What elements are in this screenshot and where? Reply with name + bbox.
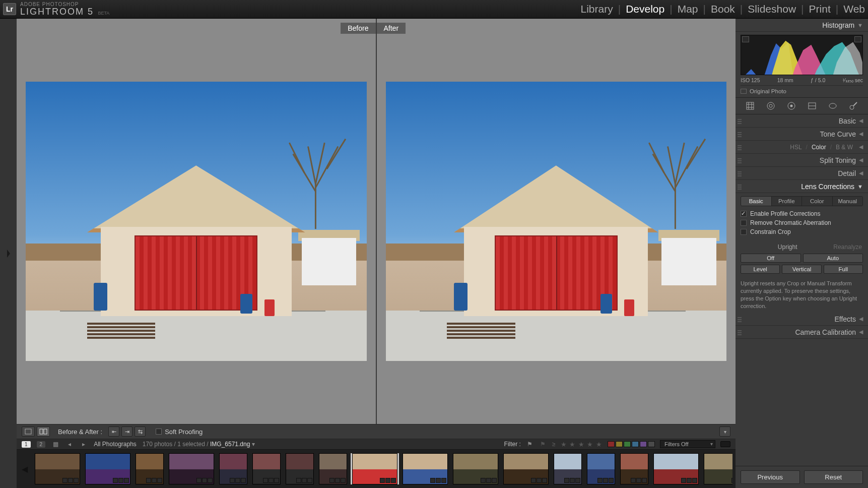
filmstrip-thumb[interactable] xyxy=(453,453,498,484)
filter-preset-dropdown[interactable]: Filters Off xyxy=(660,440,715,448)
svg-point-44 xyxy=(769,104,772,107)
before-pane[interactable]: Before xyxy=(17,19,376,424)
top-bar: Lr ADOBE PHOTOSHOP LIGHTROOM 5 BETA Libr… xyxy=(0,0,868,19)
upright-vertical-button[interactable]: Vertical xyxy=(782,265,821,274)
filmstrip-thumb[interactable] xyxy=(554,453,582,484)
lens-tab-profile[interactable]: Profile xyxy=(772,197,803,206)
chevron-right-icon xyxy=(6,250,11,258)
hsl-tab[interactable]: HSL xyxy=(790,144,802,151)
reset-button[interactable]: Reset xyxy=(804,470,863,484)
filmstrip-thumb[interactable] xyxy=(653,453,699,484)
color-swatch[interactable] xyxy=(616,441,623,447)
svg-rect-37 xyxy=(704,469,732,484)
reanalyze-button[interactable]: Reanalyze xyxy=(833,243,862,251)
upright-label: Upright xyxy=(778,243,797,251)
monitor-1-button[interactable]: 1 xyxy=(22,441,31,448)
color-swatch[interactable] xyxy=(640,441,647,447)
filter-lock-toggle[interactable] xyxy=(720,441,730,447)
filmstrip-thumb[interactable]: ★★★★★ xyxy=(704,453,732,484)
filmstrip-thumb[interactable]: ★★ xyxy=(85,453,130,484)
left-panel-collapse-handle[interactable] xyxy=(0,19,17,488)
source-label[interactable]: All Photographs xyxy=(94,441,137,448)
lens-panel-header[interactable]: Lens Corrections▼ xyxy=(736,180,868,193)
module-library[interactable]: Library xyxy=(580,3,613,15)
brush-tool-icon[interactable] xyxy=(847,100,859,112)
module-web[interactable]: Web xyxy=(843,3,865,15)
view-loupe-button[interactable] xyxy=(22,426,35,437)
filmstrip-thumb[interactable] xyxy=(35,453,80,484)
previous-button[interactable]: Previous xyxy=(741,470,800,484)
filmstrip-filter-bar: 1 2 ▦ ◂ ▸ All Photographs 170 photos / 1… xyxy=(17,439,736,450)
filmstrip-thumb[interactable]: ★★ xyxy=(136,453,164,484)
module-develop[interactable]: Develop xyxy=(626,3,664,15)
upright-full-button[interactable]: Full xyxy=(824,265,863,274)
lens-tab-basic[interactable]: Basic xyxy=(741,197,772,206)
upright-off-button[interactable]: Off xyxy=(741,254,801,263)
tone-curve-panel-header[interactable]: Tone Curve◀ xyxy=(736,128,868,141)
nav-back-icon[interactable]: ◂ xyxy=(65,441,74,448)
nav-fwd-icon[interactable]: ▸ xyxy=(80,441,88,448)
filmstrip-thumb[interactable] xyxy=(403,453,448,484)
histogram[interactable] xyxy=(741,35,863,75)
effects-panel-header[interactable]: Effects◀ xyxy=(736,313,868,326)
histogram-header[interactable]: Histogram▼ xyxy=(736,19,868,32)
count-label: 170 photos / 1 selected / IMG_6571.dng ▾ xyxy=(143,441,255,448)
upright-auto-button[interactable]: Auto xyxy=(803,254,863,263)
toolbar-menu-button[interactable]: ▾ xyxy=(719,426,730,437)
camera-calibration-panel-header[interactable]: Camera Calibration◀ xyxy=(736,326,868,339)
constrain-crop-checkbox[interactable]: Constrain Crop xyxy=(741,227,863,236)
filmstrip-thumb[interactable] xyxy=(319,453,347,484)
basic-panel-header[interactable]: Basic◀ xyxy=(736,114,868,128)
exif-row: ISO 125 18 mm ƒ / 5.0 ¹⁄₁₂₅₀ sec xyxy=(741,75,863,85)
module-slideshow[interactable]: Slideshow xyxy=(748,3,796,15)
view-compare-button[interactable] xyxy=(37,426,50,437)
flag-rejected-icon[interactable]: ⚑ xyxy=(539,441,547,448)
filmstrip-thumb[interactable]: ★★ xyxy=(286,453,314,484)
original-photo-toggle[interactable]: Original Photo xyxy=(741,85,863,97)
color-swatch[interactable] xyxy=(648,441,655,447)
ba-copy-left-button[interactable]: ⇤ xyxy=(108,426,119,437)
module-book[interactable]: Book xyxy=(711,3,735,15)
grid-icon[interactable]: ▦ xyxy=(51,441,59,448)
radial-filter-icon[interactable] xyxy=(827,100,839,112)
color-swatch[interactable] xyxy=(624,441,631,447)
color-swatch[interactable] xyxy=(608,441,615,447)
filmstrip-thumb[interactable] xyxy=(252,453,281,484)
lens-corrections-panel: BasicProfileColorManual Enable Profile C… xyxy=(736,193,868,313)
flag-picked-icon[interactable]: ⚑ xyxy=(526,441,534,448)
monitor-2-button[interactable]: 2 xyxy=(37,441,46,448)
spot-tool-icon[interactable] xyxy=(765,100,777,112)
ba-copy-right-button[interactable]: ⇥ xyxy=(121,426,132,437)
filmstrip-thumb[interactable] xyxy=(620,453,648,484)
bw-tab[interactable]: B & W xyxy=(836,144,853,151)
filmstrip-left-handle[interactable]: ◀ xyxy=(20,464,30,474)
filmstrip[interactable]: ◀ ★★★★★★★★★★★★★★★ xyxy=(17,450,736,488)
detail-panel-header[interactable]: Detail◀ xyxy=(736,167,868,180)
module-map[interactable]: Map xyxy=(678,3,698,15)
redeye-tool-icon[interactable] xyxy=(785,100,797,112)
remove-chromatic-aberration-checkbox[interactable]: Remove Chromatic Aberration xyxy=(741,218,863,227)
after-pane[interactable]: After xyxy=(376,19,736,424)
grad-filter-icon[interactable] xyxy=(806,100,818,112)
filmstrip-thumb[interactable]: ★★ xyxy=(169,453,214,484)
module-print[interactable]: Print xyxy=(809,3,831,15)
upright-level-button[interactable]: Level xyxy=(741,265,780,274)
star-filter[interactable]: ★ ★ ★ ★ ★ xyxy=(561,441,603,448)
filmstrip-thumb[interactable] xyxy=(352,453,397,484)
before-after-viewer: Before After xyxy=(17,19,736,424)
current-filename: IMG_6571.dng xyxy=(210,441,250,448)
filmstrip-thumb[interactable] xyxy=(587,453,615,484)
lens-tab-manual[interactable]: Manual xyxy=(833,197,863,206)
color-tab[interactable]: Color xyxy=(812,144,826,151)
crop-tool-icon[interactable] xyxy=(744,100,756,112)
lens-tab-color[interactable]: Color xyxy=(802,197,833,206)
hsl-panel-header[interactable]: HSL/ Color/ B & W ◀ xyxy=(736,141,868,154)
split-toning-panel-header[interactable]: Split Toning◀ xyxy=(736,154,868,167)
ba-swap-button[interactable]: ⇆ xyxy=(135,426,146,437)
color-label-filter[interactable] xyxy=(608,441,655,447)
filmstrip-thumb[interactable] xyxy=(503,453,549,484)
color-swatch[interactable] xyxy=(632,441,639,447)
filmstrip-thumb[interactable]: ★★ xyxy=(219,453,247,484)
enable-profile-corrections-checkbox[interactable]: Enable Profile Corrections xyxy=(741,209,863,218)
soft-proofing-toggle[interactable]: Soft Proofing xyxy=(156,428,203,436)
